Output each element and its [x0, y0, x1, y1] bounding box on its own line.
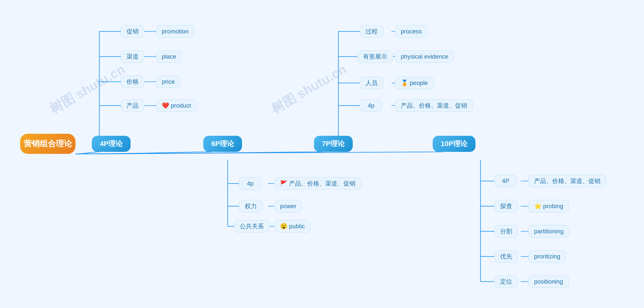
- node-4p[interactable]: 4P理论: [92, 136, 131, 152]
- leaf-4p-product[interactable]: ❤️ product: [156, 99, 197, 112]
- leaf-4p-qudao[interactable]: 渠道: [121, 50, 144, 63]
- leaf-7p-renyuan[interactable]: 人员: [360, 77, 383, 89]
- watermark-right: 树图 shutu.cn: [268, 61, 350, 118]
- leaf-4p-cuxiao[interactable]: 促销: [121, 25, 144, 38]
- leaf-10p-positioning[interactable]: positioning: [528, 275, 569, 288]
- leaf-10p-4p-en[interactable]: 产品、价格、渠道、促销: [528, 175, 606, 187]
- leaf-10p-fenge[interactable]: 分割: [494, 225, 518, 238]
- leaf-7p-process[interactable]: process: [395, 25, 428, 38]
- leaf-10p-dingwei[interactable]: 定位: [494, 275, 518, 288]
- leaf-10p-tancha[interactable]: 探查: [494, 200, 518, 212]
- leaf-10p-proritizing[interactable]: proritizing: [528, 250, 566, 263]
- leaf-4p-chanpin[interactable]: 产品: [121, 99, 144, 112]
- leaf-7p-physical-evidence[interactable]: physical evidence: [395, 50, 454, 63]
- node-10p-label: 10P理论: [441, 139, 467, 149]
- root-node[interactable]: 营销组合理论: [20, 134, 75, 154]
- root-label: 营销组合理论: [24, 138, 72, 149]
- leaf-6p-4p-en[interactable]: 🚩 产品、价格、渠道、促销: [274, 177, 361, 190]
- leaf-7p-people[interactable]: 🏅 people: [395, 77, 434, 89]
- leaf-6p-power[interactable]: power: [274, 200, 302, 212]
- leaf-4p-jiage[interactable]: 价格: [121, 75, 144, 88]
- leaf-6p-gonggong[interactable]: 公共关系: [234, 220, 270, 233]
- leaf-4p-promotion[interactable]: promotion: [156, 25, 194, 38]
- leaf-4p-place[interactable]: place: [156, 50, 182, 63]
- node-4p-label: 4P理论: [100, 139, 123, 149]
- leaf-6p-public[interactable]: 😮 public: [274, 220, 311, 233]
- leaf-10p-youxian[interactable]: 优先: [494, 250, 518, 263]
- leaf-7p-guocheng[interactable]: 过程: [360, 25, 383, 38]
- node-6p-label: 6P理论: [211, 139, 234, 149]
- leaf-10p-4p[interactable]: 4P: [494, 175, 517, 187]
- node-10p[interactable]: 10P理论: [433, 136, 475, 152]
- node-7p-label: 7P理论: [322, 139, 345, 149]
- leaf-10p-probing[interactable]: ⭐ probing: [528, 200, 569, 212]
- leaf-6p-quanli[interactable]: 权力: [239, 200, 263, 212]
- watermark-left: 树图 shutu.cn: [47, 61, 128, 118]
- leaf-7p-4p-en[interactable]: 产品、价格、渠道、促销: [395, 99, 473, 112]
- leaf-10p-partitioning[interactable]: partitioning: [528, 225, 569, 238]
- leaf-7p-youzhan[interactable]: 有形展示: [357, 50, 393, 63]
- leaf-4p-price[interactable]: price: [156, 75, 181, 88]
- leaf-6p-4p[interactable]: 4p: [239, 177, 262, 190]
- leaf-7p-4p[interactable]: 4p: [360, 99, 382, 112]
- node-7p[interactable]: 7P理论: [314, 136, 353, 152]
- node-6p[interactable]: 6P理论: [203, 136, 242, 152]
